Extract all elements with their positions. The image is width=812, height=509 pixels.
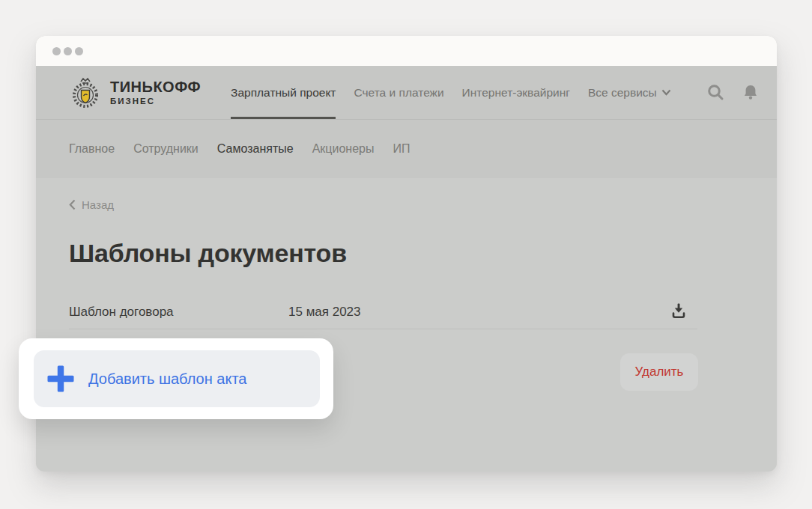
nav-item-label: Счета и платежи (354, 86, 443, 100)
logo-text: ТИНЬКОФФ БИЗНЕС (110, 79, 201, 106)
nav-item-salary-project[interactable]: Зарплатный проект (231, 66, 336, 119)
traffic-light-dot[interactable] (75, 47, 83, 55)
tab-ip[interactable]: ИП (393, 120, 410, 178)
delete-button[interactable]: Удалить (620, 353, 698, 391)
traffic-light-dot[interactable] (52, 47, 61, 55)
tab-label: Главное (69, 142, 115, 156)
tinkoff-emblem-icon (70, 76, 101, 110)
logo-title: ТИНЬКОФФ (110, 79, 201, 94)
tab-label: Акционеры (312, 142, 375, 156)
bell-icon[interactable] (742, 83, 760, 102)
chevron-down-icon (661, 89, 671, 96)
back-link[interactable]: Назад (69, 198, 114, 211)
header-icons (706, 83, 760, 102)
tab-self-employed[interactable]: Самозанятые (217, 120, 294, 178)
secondary-nav: Главное Сотрудники Самозанятые Акционеры… (36, 120, 777, 178)
document-name: Шаблон договора (69, 305, 174, 320)
primary-nav: Зарплатный проект Счета и платежи Интерн… (231, 66, 671, 119)
traffic-light-dot[interactable] (64, 47, 72, 55)
document-date: 15 мая 2023 (288, 305, 361, 320)
search-icon[interactable] (706, 83, 725, 102)
spotlight-callout: Добавить шаблон акта (19, 338, 333, 419)
tab-label: Самозанятые (217, 142, 294, 156)
nav-item-accounts-payments[interactable]: Счета и платежи (354, 66, 443, 119)
content-area: Назад Шаблоны документов Шаблон договора… (36, 178, 777, 471)
tab-label: Сотрудники (133, 142, 199, 156)
nav-item-label: Интернет-эквайринг (462, 86, 570, 100)
page-title: Шаблоны документов (69, 238, 347, 268)
add-template-button[interactable]: Добавить шаблон акта (34, 350, 320, 407)
add-template-label: Добавить шаблон акта (88, 371, 246, 388)
back-label: Назад (82, 198, 114, 211)
tinkoff-business-logo[interactable]: ТИНЬКОФФ БИЗНЕС (70, 76, 201, 110)
nav-item-label: Все сервисы (588, 86, 657, 100)
tab-main[interactable]: Главное (69, 120, 115, 178)
tab-label: ИП (393, 142, 410, 156)
top-navigation: ТИНЬКОФФ БИЗНЕС Зарплатный проект Счета … (36, 66, 777, 120)
page: ТИНЬКОФФ БИЗНЕС Зарплатный проект Счета … (0, 0, 812, 509)
tab-shareholders[interactable]: Акционеры (312, 120, 375, 178)
logo-subtitle: БИЗНЕС (110, 97, 201, 106)
tab-employees[interactable]: Сотрудники (133, 120, 199, 178)
download-icon[interactable] (669, 301, 688, 323)
plus-icon (46, 365, 75, 393)
document-row[interactable]: Шаблон договора 15 мая 2023 (69, 295, 697, 329)
chevron-left-icon (69, 199, 76, 210)
nav-item-label: Зарплатный проект (231, 86, 336, 100)
window-titlebar (36, 36, 777, 66)
nav-item-all-services[interactable]: Все сервисы (588, 66, 671, 119)
nav-item-internet-acquiring[interactable]: Интернет-эквайринг (462, 66, 570, 119)
